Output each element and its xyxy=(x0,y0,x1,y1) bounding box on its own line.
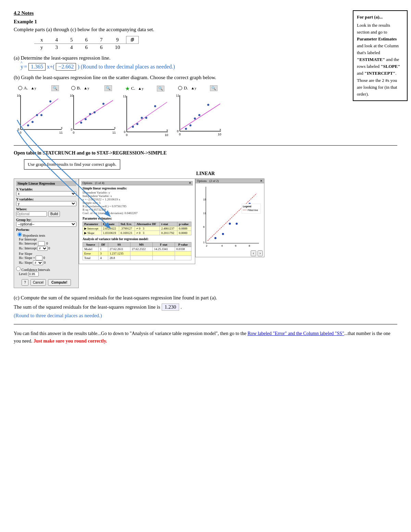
graph-d-svg: 0 11 0 10 x xyxy=(173,92,223,140)
svg-point-65 xyxy=(229,223,231,225)
svg-text:11: 11 xyxy=(123,95,126,98)
graph-b-y: ▲y xyxy=(84,86,89,90)
use-graph-box: Use graph from results to find your corr… xyxy=(24,159,120,170)
x-val-5: 9 xyxy=(109,36,126,44)
ha-slope-select[interactable]: ≠ xyxy=(33,260,43,265)
h0-slope-input[interactable] xyxy=(36,256,42,260)
slope-value: 1.365 xyxy=(28,63,46,71)
x-part: x+( xyxy=(47,64,54,70)
round-note-a: (Round to three decimal places as needed… xyxy=(81,64,175,70)
magnify-c[interactable]: 🔍 xyxy=(157,86,164,91)
svg-text:6: 6 xyxy=(235,244,237,247)
svg-text:1: 1 xyxy=(203,241,205,244)
param-table: Parameter Estimate Std. Err. Alternative… xyxy=(83,222,191,235)
x-val-3: 6 xyxy=(79,36,94,44)
conf-level-input[interactable] xyxy=(28,272,39,276)
compute-button[interactable]: Compute! xyxy=(48,279,71,286)
radio-d[interactable] xyxy=(178,86,182,90)
svg-text:2: 2 xyxy=(206,244,208,247)
regression-panels: Simple Linear Regression X Variable: x Y… xyxy=(14,178,397,288)
svg-text:10: 10 xyxy=(165,133,168,137)
prev-graph-btn[interactable]: ‹ xyxy=(251,250,256,256)
y-val-4: 6 xyxy=(94,44,109,51)
cancel-button[interactable]: Cancel xyxy=(30,279,46,286)
svg-point-36 xyxy=(141,117,143,119)
param-estimates-title: Parameter estimates: xyxy=(83,217,191,220)
svg-point-10 xyxy=(36,114,38,116)
perform-label: Perform: xyxy=(16,228,76,232)
svg-text:x: x xyxy=(220,128,221,131)
sample-size: Sample size: 5 xyxy=(83,201,191,205)
anova-model-row: Model127.62.261127.62.232214.25.33410.03… xyxy=(83,247,191,251)
next-graph-btn[interactable]: › xyxy=(258,250,263,256)
y-val-3: 6 xyxy=(79,44,94,51)
svg-text:11: 11 xyxy=(112,131,116,134)
std-dev: Coef. of var (standard deviation): 0.040… xyxy=(83,211,191,215)
data-table: x 4 5 6 7 9 🗐 y 3 4 6 6 10 xyxy=(34,36,139,51)
svg-text:x: x xyxy=(114,126,116,129)
table-copy-icon[interactable]: 🗐 xyxy=(126,36,139,44)
svg-text:10: 10 xyxy=(218,133,221,136)
svg-point-23 xyxy=(89,113,91,115)
example-label: Example 1 xyxy=(14,19,397,25)
ha-intercept-select[interactable]: ≠ xyxy=(37,246,48,251)
build-button[interactable]: Build xyxy=(48,211,60,217)
options-link[interactable]: Options xyxy=(83,181,92,185)
part-c-label: (c) Compute the sum of the squared resid… xyxy=(14,295,397,301)
svg-point-51 xyxy=(207,104,209,106)
options-link-2[interactable]: Options xyxy=(197,179,207,183)
regression-results-panel: Options (1 of 4) ✕ Simple linear regress… xyxy=(79,178,195,264)
y-val-2: 4 xyxy=(64,44,79,51)
x-val-1: 4 xyxy=(49,36,64,44)
svg-text:x: x xyxy=(166,128,168,132)
svg-text:0: 0 xyxy=(124,130,125,134)
scatter-result-panel: Options (2 of 2) ✕ 1 6 11 15 2 4 6 8 xyxy=(195,178,264,257)
intercept-row: ▶ Intercept 2.6521622 .3799127 ≠ 0 3 2.4… xyxy=(83,226,191,231)
y-val-1: 3 xyxy=(49,44,64,51)
svg-text:Fitted line: Fitted line xyxy=(248,209,258,211)
problem-text: Complete parts (a) through (c) below for… xyxy=(14,27,397,33)
svg-text:11: 11 xyxy=(176,94,179,97)
sidebar-hint-box: For part (a)... Look in the results sect… xyxy=(353,10,408,101)
close-scatter-btn[interactable]: ✕ xyxy=(260,179,263,183)
svg-text:10: 10 xyxy=(17,94,20,97)
radio-b[interactable] xyxy=(71,86,75,90)
options-bar-2: Options (2 of 2) ✕ xyxy=(196,179,264,183)
ha-intercept-label: Hₐ: Intercept xyxy=(19,246,37,250)
graph-b-svg: 0 10 0 11 x xyxy=(67,92,116,136)
svg-text:0: 0 xyxy=(126,133,127,137)
magnify-a[interactable]: 🔍 xyxy=(51,85,59,91)
ha-slope-label: Hₐ: Slope xyxy=(19,261,32,264)
h0-intercept-input[interactable] xyxy=(38,241,45,246)
sidebar-for-part: For part (a)... xyxy=(357,14,403,21)
part-c-section: (c) Compute the sum of the squared resid… xyxy=(14,295,397,319)
bottom-red-text: Just make sure you round correctly. xyxy=(34,338,107,344)
sidebar-content: Look in the results section and go to Pa… xyxy=(357,22,403,98)
x-var-select[interactable]: x xyxy=(16,191,76,196)
svg-point-38 xyxy=(154,105,156,107)
svg-point-48 xyxy=(189,124,191,126)
svg-text:0: 0 xyxy=(73,131,74,134)
y-val-5: 10 xyxy=(109,44,126,51)
group-by-select[interactable]: --optional-- xyxy=(16,222,76,227)
close-results-btn[interactable]: ✕ xyxy=(189,181,191,185)
magnify-b[interactable]: 🔍 xyxy=(104,85,112,91)
answer-value[interactable]: 1.230 xyxy=(162,304,179,311)
svg-point-34 xyxy=(132,126,134,128)
page-indicator-2: (2 of 2) xyxy=(210,179,219,183)
magnify-d[interactable]: 🔍 xyxy=(210,85,217,91)
page-indicator: (1 of 4) xyxy=(95,181,104,185)
conf-intervals-radio[interactable]: Confidence Intervals xyxy=(16,268,50,272)
hyp-test-radio[interactable]: Hypothesis tests xyxy=(17,234,45,237)
graphs-row: A. ▲y 🔍 0 10 0 11 x xyxy=(14,85,397,142)
bottom-note: You can find this answer in the results … xyxy=(14,330,397,345)
where-input[interactable] xyxy=(16,211,47,216)
svg-text:0: 0 xyxy=(179,133,180,136)
options-bar: Options (1 of 4) ✕ xyxy=(81,181,193,185)
radio-a[interactable] xyxy=(18,86,22,90)
h0-slope-label: H₀: Slope = xyxy=(19,256,35,260)
prev-button[interactable]: ? xyxy=(22,279,28,286)
y-var-select[interactable]: y xyxy=(16,201,76,206)
x-val-4: 7 xyxy=(94,36,109,44)
bottom-link[interactable]: Row labeled "Error" and the Column label… xyxy=(248,331,344,336)
